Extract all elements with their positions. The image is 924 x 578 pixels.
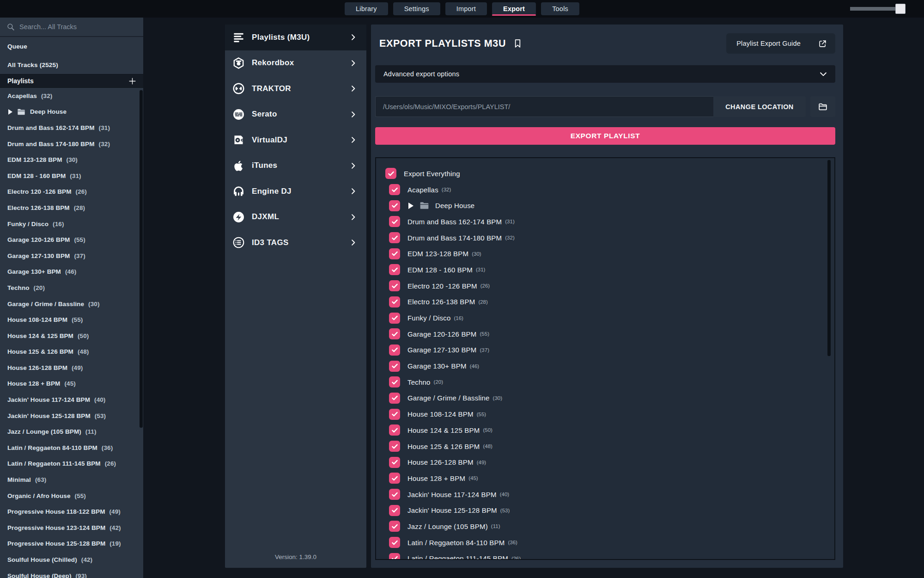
sidebar-playlist-item[interactable]: Soulful House (Deep)(93)	[0, 568, 143, 578]
format-item-serato[interactable]: Serato	[225, 102, 366, 128]
checkbox-checked[interactable]	[389, 521, 400, 532]
sidebar-playlist-item[interactable]: Garage 127-130 BPM(37)	[0, 248, 143, 264]
checkbox-checked[interactable]	[389, 216, 400, 227]
checkbox-checked[interactable]	[389, 457, 400, 468]
checklist-item[interactable]: Garage 130+ BPM(46)	[376, 358, 834, 374]
sidebar-playlist-item[interactable]: Latin / Reggaeton 111-145 BPM(26)	[0, 456, 143, 472]
expand-caret-icon[interactable]	[408, 203, 413, 209]
expand-caret-icon[interactable]	[8, 109, 12, 115]
sidebar-playlist-item[interactable]: Organic / Afro House(55)	[0, 488, 143, 504]
checkbox-checked[interactable]	[389, 361, 400, 372]
checkbox-checked[interactable]	[389, 393, 400, 404]
checklist-item[interactable]: Drum and Bass 162-174 BPM(31)	[376, 214, 834, 230]
checkbox-checked[interactable]	[389, 184, 400, 195]
checkbox-checked[interactable]	[385, 168, 396, 179]
nav-tab-import[interactable]: Import	[445, 2, 487, 15]
checklist-item[interactable]: EDM 123-128 BPM(30)	[376, 246, 834, 262]
checkbox-checked[interactable]	[389, 424, 400, 436]
sidebar-playlist-item[interactable]: House 108-124 BPM(55)	[0, 312, 143, 328]
sidebar-playlist-item[interactable]: Techno(20)	[0, 280, 143, 296]
sidebar-item-all-tracks[interactable]: All Tracks (2525)	[0, 55, 143, 74]
sidebar-playlist-item[interactable]: House 125 & 126 BPM(48)	[0, 344, 143, 360]
checklist-item[interactable]: Latin / Reggaeton 84-110 BPM(36)	[376, 535, 834, 551]
checkbox-checked[interactable]	[389, 313, 400, 324]
nav-tab-tools[interactable]: Tools	[541, 2, 579, 15]
format-item-itunes[interactable]: iTunes	[225, 153, 366, 179]
checklist-item[interactable]: Electro 126-138 BPM(28)	[376, 294, 834, 310]
checkbox-checked[interactable]	[389, 376, 400, 387]
playlist-export-guide-button[interactable]: Playlist Export Guide	[726, 33, 835, 54]
sidebar-playlist-item[interactable]: Jackin' House 117-124 BPM(40)	[0, 392, 143, 408]
checklist-item[interactable]: House 124 & 125 BPM(50)	[376, 422, 834, 438]
format-item-traktor[interactable]: TRAKTOR	[225, 76, 366, 102]
browse-folder-button[interactable]	[810, 96, 835, 117]
checklist-item[interactable]: Garage 120-126 BPM(55)	[376, 326, 834, 342]
sidebar-playlist-item[interactable]: Progressive House 123-124 BPM(42)	[0, 520, 143, 536]
sidebar-playlist-item[interactable]: Drum and Bass 162-174 BPM(31)	[0, 120, 143, 136]
sidebar-playlist-item[interactable]: Progressive House 118-122 BPM(49)	[0, 504, 143, 520]
nav-tab-export[interactable]: Export	[492, 2, 536, 15]
zoom-slider[interactable]	[850, 4, 906, 14]
sidebar-playlist-item[interactable]: Jazz / Lounge (105 BPM)(11)	[0, 424, 143, 440]
sidebar-playlist-item[interactable]: Drum and Bass 174-180 BPM(32)	[0, 136, 143, 152]
checklist-item[interactable]: Electro 120 -126 BPM(26)	[376, 278, 834, 294]
checkbox-checked[interactable]	[389, 280, 400, 291]
sidebar-playlist-item[interactable]: EDM 123-128 BPM(30)	[0, 152, 143, 168]
sidebar-playlist-item[interactable]: Soulful House (Chilled)(42)	[0, 552, 143, 568]
format-item-engine-dj[interactable]: Engine DJ	[225, 178, 366, 204]
sidebar-item-queue[interactable]: Queue	[0, 37, 143, 55]
format-item-rekordbox[interactable]: Rekordbox	[225, 50, 366, 76]
sidebar-playlist-item[interactable]: Garage 120-126 BPM(55)	[0, 232, 143, 248]
sidebar-playlist-item[interactable]: Garage / Grime / Bassline(30)	[0, 296, 143, 312]
format-item-djxml[interactable]: DJXML	[225, 204, 366, 230]
checklist-item[interactable]: Garage / Grime / Bassline(30)	[376, 390, 834, 406]
sidebar-playlist-item[interactable]: Electro 120 -126 BPM(26)	[0, 184, 143, 200]
checklist-item[interactable]: Latin / Reggaeton 111-145 BPM(26)	[376, 551, 834, 560]
sidebar-playlist-item[interactable]: Jackin' House 125-128 BPM(53)	[0, 408, 143, 424]
checkbox-checked[interactable]	[389, 489, 400, 500]
export-path-input[interactable]	[375, 96, 713, 117]
checkbox-checked[interactable]	[389, 232, 400, 243]
zoom-slider-track[interactable]	[850, 7, 902, 11]
search-input[interactable]	[19, 23, 137, 31]
checkbox-checked[interactable]	[389, 328, 400, 339]
checklist-item[interactable]: Jazz / Lounge (105 BPM)(11)	[376, 518, 834, 535]
checklist-item[interactable]: Jackin' House 125-128 BPM(53)	[376, 502, 834, 518]
checkbox-checked[interactable]	[389, 248, 400, 259]
add-playlist-icon[interactable]	[128, 77, 137, 86]
format-item-id3-tags[interactable]: ID3 TAGS	[225, 230, 366, 256]
checklist-item[interactable]: House 125 & 126 BPM(48)	[376, 438, 834, 455]
checkbox-checked[interactable]	[389, 296, 400, 307]
sidebar-playlist-item[interactable]: Garage 130+ BPM(46)	[0, 264, 143, 280]
sidebar-playlist-item[interactable]: Acapellas(32)	[0, 88, 143, 104]
nav-tab-settings[interactable]: Settings	[393, 2, 440, 15]
sidebar-scrollbar[interactable]	[140, 90, 143, 428]
sidebar-playlist-item[interactable]: Funky / Disco(16)	[0, 216, 143, 232]
checklist-item[interactable]: Funky / Disco(16)	[376, 310, 834, 326]
sidebar-playlist-item[interactable]: Latin / Reggaeton 84-110 BPM(36)	[0, 440, 143, 456]
change-location-button[interactable]: CHANGE LOCATION	[713, 96, 806, 117]
sidebar-playlist-item[interactable]: Progressive House 125-128 BPM(19)	[0, 536, 143, 552]
checklist-item[interactable]: Drum and Bass 174-180 BPM(32)	[376, 230, 834, 246]
sidebar-playlist-item[interactable]: House 128 + BPM(45)	[0, 376, 143, 392]
format-item-playlists-m3u-[interactable]: Playlists (M3U)	[225, 25, 366, 50]
checkbox-checked[interactable]	[389, 505, 400, 516]
checkbox-checked[interactable]	[389, 264, 400, 275]
checklist-item[interactable]: House 128 + BPM(45)	[376, 470, 834, 486]
nav-tab-library[interactable]: Library	[345, 2, 388, 15]
sidebar-playlist-item[interactable]: Electro 126-138 BPM(28)	[0, 200, 143, 216]
checkbox-checked[interactable]	[389, 200, 400, 211]
sidebar-playlist-item[interactable]: House 124 & 125 BPM(50)	[0, 328, 143, 344]
checklist-item[interactable]: Export Everything	[376, 166, 834, 182]
format-item-virtualdj[interactable]: VirtualDJ	[225, 127, 366, 153]
export-playlist-button[interactable]: EXPORT PLAYLIST	[375, 127, 835, 145]
checkbox-checked[interactable]	[389, 553, 400, 560]
checkbox-checked[interactable]	[389, 441, 400, 452]
sidebar-playlist-item[interactable]: EDM 128 - 160 BPM(31)	[0, 168, 143, 184]
checklist-item[interactable]: House 108-124 BPM(55)	[376, 406, 834, 422]
checklist-item[interactable]: Techno(20)	[376, 374, 834, 390]
checkbox-checked[interactable]	[389, 537, 400, 548]
checkbox-checked[interactable]	[389, 344, 400, 356]
bookmark-icon[interactable]	[513, 38, 523, 49]
checklist-item[interactable]: House 126-128 BPM(49)	[376, 454, 834, 470]
